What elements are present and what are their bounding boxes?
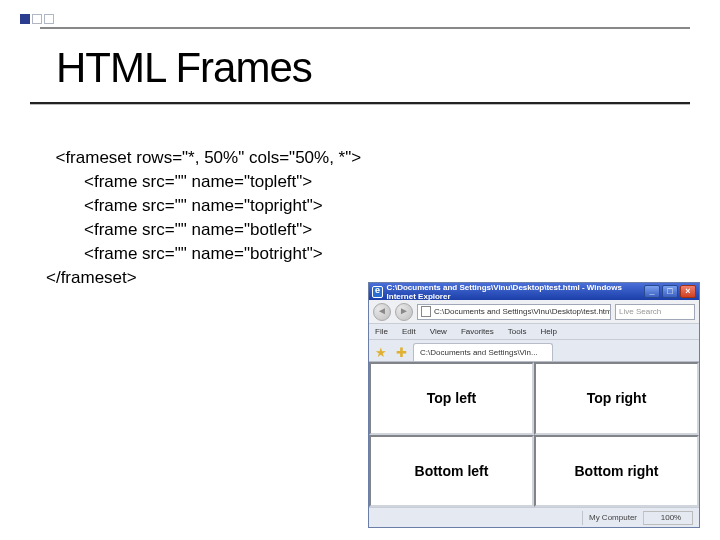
code-line: <frame src="" name="topright"> <box>84 194 361 218</box>
ie-icon <box>372 286 383 298</box>
menu-tools[interactable]: Tools <box>508 327 527 336</box>
frame-topright: Top right <box>534 362 699 435</box>
slide-title: HTML Frames <box>56 44 312 92</box>
page-icon <box>421 306 431 317</box>
menu-edit[interactable]: Edit <box>402 327 416 336</box>
code-line: </frameset> <box>46 268 137 287</box>
tab-current[interactable]: C:\Documents and Settings\Vin... <box>413 343 553 361</box>
security-zone: My Computer <box>582 511 637 525</box>
maximize-button[interactable]: □ <box>662 285 678 298</box>
code-line: <frame src="" name="topleft"> <box>84 170 361 194</box>
menu-bar: File Edit View Favorites Tools Help <box>369 324 699 340</box>
search-box[interactable]: Live Search <box>615 304 695 320</box>
menu-view[interactable]: View <box>430 327 447 336</box>
browser-window: C:\Documents and Settings\Vinu\Desktop\t… <box>368 282 700 528</box>
add-favorite-icon[interactable]: ✚ <box>393 345 409 361</box>
code-line: <frame src="" name="botright"> <box>84 242 361 266</box>
status-bar: My Computer 100% <box>369 507 699 527</box>
frame-topleft: Top left <box>369 362 534 435</box>
close-button[interactable]: × <box>680 285 696 298</box>
forward-button[interactable]: ► <box>395 303 413 321</box>
code-block: <frameset rows="*, 50%" cols="50%, *"> <… <box>46 122 361 290</box>
frame-botleft: Bottom left <box>369 435 534 508</box>
favorites-icon[interactable]: ★ <box>373 345 389 361</box>
frame-botright: Bottom right <box>534 435 699 508</box>
code-line: <frame src="" name="botleft"> <box>84 218 361 242</box>
menu-file[interactable]: File <box>375 327 388 336</box>
title-underline <box>30 102 690 104</box>
address-text: C:\Documents and Settings\Vinu\Desktop\t… <box>434 307 611 316</box>
minimize-button[interactable]: _ <box>644 285 660 298</box>
address-bar[interactable]: C:\Documents and Settings\Vinu\Desktop\t… <box>417 304 611 320</box>
menu-favorites[interactable]: Favorites <box>461 327 494 336</box>
back-button[interactable]: ◄ <box>373 303 391 321</box>
frameset-content: Top left Top right Bottom left Bottom ri… <box>369 362 699 507</box>
menu-help[interactable]: Help <box>540 327 556 336</box>
window-titlebar: C:\Documents and Settings\Vinu\Desktop\t… <box>369 283 699 300</box>
zoom-level[interactable]: 100% <box>643 511 693 525</box>
slide-bullets <box>20 14 54 24</box>
code-line: <frameset rows="*, 50%" cols="50%, *"> <box>55 148 361 167</box>
nav-toolbar: ◄ ► C:\Documents and Settings\Vinu\Deskt… <box>369 300 699 324</box>
tab-bar: ★ ✚ C:\Documents and Settings\Vin... <box>369 340 699 362</box>
window-title-text: C:\Documents and Settings\Vinu\Desktop\t… <box>387 283 644 301</box>
top-rule <box>40 27 690 29</box>
